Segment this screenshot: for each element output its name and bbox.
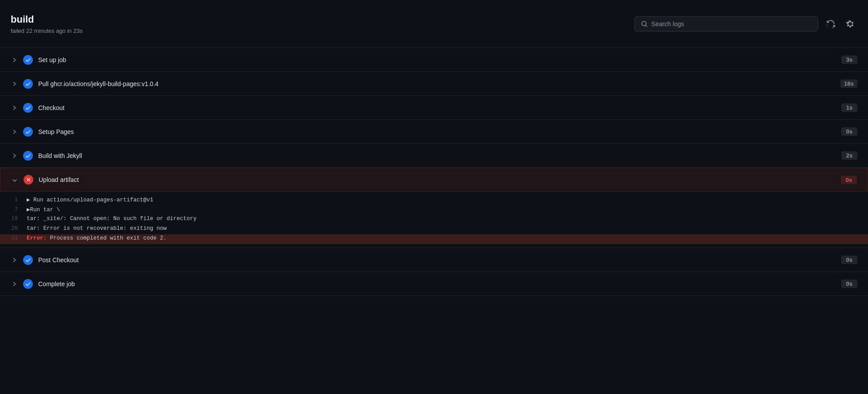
step-row-setup-pages[interactable]: Setup Pages0s xyxy=(0,120,868,144)
step-duration-post-checkout: 0s xyxy=(841,256,857,264)
step-left-setup-pages: Setup Pages xyxy=(11,127,74,137)
chevron-setup-job xyxy=(11,57,18,63)
step-left-build-jekyll: Build with Jekyll xyxy=(11,151,82,161)
status-icon-setup-pages xyxy=(23,127,33,137)
log-line: 19tar: _site/: Cannot open: No such file… xyxy=(0,215,868,225)
status-icon-complete-job xyxy=(23,279,33,289)
step-name-setup-pages: Setup Pages xyxy=(38,128,74,135)
line-number: 19 xyxy=(0,216,27,222)
log-text: tar: _site/: Cannot open: No such file o… xyxy=(27,216,197,222)
step-left-post-checkout: Post Checkout xyxy=(11,255,79,265)
step-row-complete-job[interactable]: Complete job0s xyxy=(0,272,868,296)
step-row-post-checkout[interactable]: Post Checkout0s xyxy=(0,248,868,272)
step-duration-build-jekyll: 2s xyxy=(841,151,857,160)
status-icon-post-checkout xyxy=(23,255,33,265)
step-duration-setup-job: 3s xyxy=(841,55,857,64)
step-duration-pull-image: 16s xyxy=(840,79,857,88)
step-row-checkout[interactable]: Checkout1s xyxy=(0,96,868,120)
settings-button[interactable] xyxy=(843,17,857,31)
step-name-setup-job: Set up job xyxy=(38,56,66,63)
step-duration-setup-pages: 0s xyxy=(841,127,857,136)
status-icon-setup-job xyxy=(23,55,33,65)
step-row-pull-image[interactable]: Pull ghcr.io/actions/jekyll-build-pages:… xyxy=(0,72,868,96)
search-input[interactable] xyxy=(651,20,812,28)
log-output-upload-artifact: 1▶ Run actions/upload-pages-artifact@v17… xyxy=(0,192,868,248)
log-line: 7▶Run tar \ xyxy=(0,205,868,215)
step-name-build-jekyll: Build with Jekyll xyxy=(38,152,82,159)
header-right xyxy=(634,16,857,32)
log-line: 20tar: Error is not recoverable: exiting… xyxy=(0,225,868,234)
step-name-checkout: Checkout xyxy=(38,104,64,111)
gear-icon xyxy=(846,20,855,28)
log-text: ▶Run tar \ xyxy=(27,206,60,213)
refresh-icon xyxy=(826,20,835,28)
chevron-complete-job xyxy=(11,281,18,287)
search-box[interactable] xyxy=(634,16,818,32)
log-line: 21Error: Process completed with exit cod… xyxy=(0,234,868,244)
chevron-setup-pages xyxy=(11,129,18,134)
page-title: build xyxy=(11,13,83,26)
chevron-pull-image xyxy=(11,81,18,87)
step-left-pull-image: Pull ghcr.io/actions/jekyll-build-pages:… xyxy=(11,79,159,89)
chevron-build-jekyll xyxy=(11,153,18,158)
log-text: ▶ Run actions/upload-pages-artifact@v1 xyxy=(27,196,153,203)
log-text: Error: Process completed with exit code … xyxy=(27,235,167,241)
line-number: 21 xyxy=(0,235,27,241)
step-left-checkout: Checkout xyxy=(11,103,64,113)
step-name-pull-image: Pull ghcr.io/actions/jekyll-build-pages:… xyxy=(38,80,159,87)
step-name-post-checkout: Post Checkout xyxy=(38,256,79,264)
step-row-setup-job[interactable]: Set up job3s xyxy=(0,48,868,72)
chevron-checkout xyxy=(11,105,18,110)
step-duration-checkout: 1s xyxy=(841,103,857,112)
step-left-upload-artifact: Upload artifact xyxy=(11,175,79,185)
line-number: 1 xyxy=(0,197,27,203)
chevron-post-checkout xyxy=(11,257,18,263)
line-number: 7 xyxy=(0,207,27,213)
step-row-build-jekyll[interactable]: Build with Jekyll2s xyxy=(0,144,868,168)
step-duration-complete-job: 0s xyxy=(841,280,857,288)
page-header: build failed 22 minutes ago in 23s xyxy=(0,0,868,48)
step-duration-upload-artifact: 0s xyxy=(841,176,857,184)
log-text: tar: Error is not recoverable: exiting n… xyxy=(27,225,167,232)
status-icon-build-jekyll xyxy=(23,151,33,161)
page-subtitle: failed 22 minutes ago in 23s xyxy=(11,28,83,34)
chevron-upload-artifact xyxy=(12,177,17,184)
steps-content: Set up job3sPull ghcr.io/actions/jekyll-… xyxy=(0,48,868,296)
step-name-upload-artifact: Upload artifact xyxy=(39,176,79,183)
step-row-upload-artifact[interactable]: Upload artifact0s xyxy=(0,168,868,192)
header-left: build failed 22 minutes ago in 23s xyxy=(11,13,83,35)
status-icon-checkout xyxy=(23,103,33,113)
refresh-button[interactable] xyxy=(824,17,838,31)
status-icon-upload-artifact xyxy=(24,175,33,185)
search-icon xyxy=(641,20,648,28)
step-left-complete-job: Complete job xyxy=(11,279,75,289)
status-icon-pull-image xyxy=(23,79,33,89)
log-line: 1▶ Run actions/upload-pages-artifact@v1 xyxy=(0,195,868,205)
line-number: 20 xyxy=(0,225,27,232)
step-left-setup-job: Set up job xyxy=(11,55,66,65)
step-name-complete-job: Complete job xyxy=(38,280,75,288)
